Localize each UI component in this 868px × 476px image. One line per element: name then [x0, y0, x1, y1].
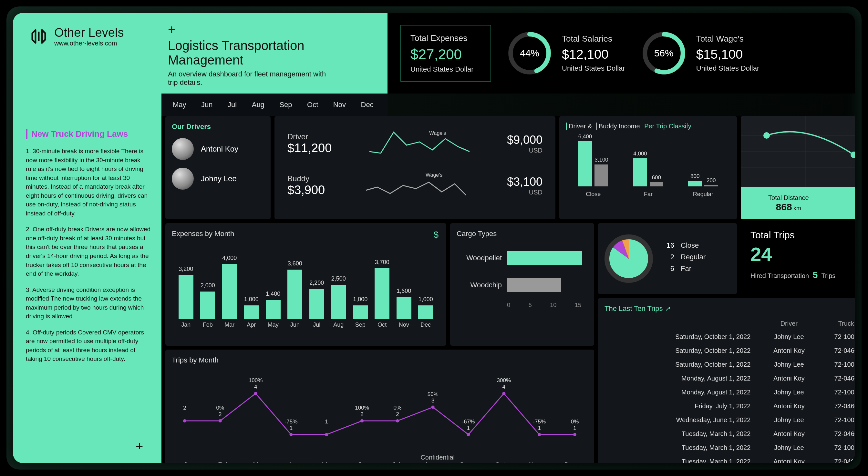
driver-name: Johny Lee [201, 174, 237, 183]
line-point-label: 100%2 [355, 405, 369, 418]
month-filter-aug[interactable]: Aug [249, 99, 268, 111]
line-point-label: 50%3 [428, 391, 438, 404]
expenses-card: Expenses by Month $ 3,200Jan2,000Feb4,00… [165, 223, 446, 346]
table-row[interactable]: Wednesday, June 1, 2022Johny Lee72-1001A… [604, 413, 855, 427]
kpi-label: Total Expenses [410, 33, 481, 43]
table-row[interactable]: Tuesday, March 1, 2022Johny Lee72-1001Sa… [604, 441, 855, 455]
month-filter-may[interactable]: May [169, 99, 190, 111]
brand-header: Other Levels www.other-levels.com [13, 13, 161, 94]
avatar [172, 138, 194, 160]
line-point-label: -67%1 [462, 418, 475, 432]
month-filter-dec[interactable]: Dec [358, 99, 377, 111]
wage-driver-cur: USD [507, 147, 542, 154]
table-row[interactable]: Tuesday, March 1, 2022Antoni Koy72-0466G… [604, 455, 855, 463]
pie-legend-row: 16Close [661, 241, 706, 249]
arrow-icon: ↗ [665, 304, 671, 312]
expense-bar: 3,700Oct [373, 259, 391, 328]
brand-logo-icon [29, 27, 49, 46]
pie-legend-row: 6Far [661, 265, 706, 273]
pie-chart-icon [604, 234, 653, 283]
kpi-unit: United States Dollar [410, 65, 481, 73]
wage-buddy-cur: USD [507, 189, 542, 196]
line-point-label: 300%4 [497, 377, 511, 390]
table-row[interactable]: Saturday, October 1, 2022Johny Lee72-100… [604, 330, 855, 344]
axis-month: Jan [184, 461, 194, 463]
table-row[interactable]: Monday, August 1, 2022Johny Lee72-1001Gi… [604, 385, 855, 399]
wage-driver-amount: $11,200 [287, 141, 332, 155]
month-filter-sep[interactable]: Sep [276, 99, 295, 111]
trips-table: DriverTruckFromTo Saturday, October 1, 2… [604, 317, 855, 463]
wage-buddy-label: Buddy [287, 174, 325, 183]
svg-text:Wage's: Wage's [429, 130, 446, 136]
svg-point-7 [764, 132, 770, 139]
table-row[interactable]: Monday, August 1, 2022Antoni Koy72-0466S… [604, 372, 855, 385]
month-filter-jul[interactable]: Jul [224, 99, 240, 111]
income-group: 4,000600Far [633, 150, 663, 198]
line-point-label: 0%1 [571, 418, 579, 432]
axis-month: Feb [218, 461, 229, 463]
line-point-label: 1 [325, 418, 328, 425]
donut-pct: 56% [641, 31, 686, 76]
expense-bar: 3,600Jun [286, 260, 304, 328]
plus-icon[interactable]: + [168, 23, 381, 37]
laws-p3: 3. Adverse driving condition exception i… [26, 285, 152, 321]
driver-item[interactable]: Antoni Koy [172, 138, 264, 160]
kpi-row: Total Expenses $27,200 United States Dol… [388, 13, 855, 94]
map-distance: Total Distance 868 km [768, 194, 809, 212]
wage-buddy-side: $3,100 [507, 175, 542, 189]
line-point-label: -75%1 [533, 418, 546, 432]
expense-bar: 1,400May [264, 291, 282, 329]
cargo-row: Woodchip [457, 278, 588, 292]
table-row[interactable]: Saturday, October 1, 2022Johny Lee72-100… [604, 358, 855, 372]
income-card: Driver & Buddy Income Per Trip Classify … [559, 116, 737, 219]
axis-month: Mar [253, 461, 264, 463]
table-header: Truck [821, 317, 855, 330]
table-title[interactable]: The Last Ten Trips↗ [604, 304, 855, 313]
table-row[interactable]: Friday, July 1, 2022Antoni Koy72-0466Giz… [604, 399, 855, 413]
axis-month: Dec [564, 461, 576, 463]
confidential-label: Confidential [421, 454, 455, 461]
drivers-title: Our Drivers [172, 123, 264, 131]
card-title: Cargo Types [457, 230, 588, 238]
expense-bar: 1,000Sep [351, 296, 369, 329]
axis-month: Jun [358, 461, 368, 463]
month-filter-oct[interactable]: Oct [304, 99, 321, 111]
driver-item[interactable]: Johny Lee [172, 168, 264, 190]
month-filter-nov[interactable]: Nov [330, 99, 349, 111]
kpi-total-wages: 56% Total Wage's $15,100 United States D… [641, 31, 760, 76]
pie-legend-row: 2Regular [661, 253, 706, 261]
dollar-icon: $ [433, 230, 438, 240]
avatar [172, 168, 194, 190]
table-row[interactable]: Saturday, October 1, 2022Antoni Koy72-04… [604, 344, 855, 358]
kpi-unit: United States Dollar [696, 64, 760, 73]
axis-month: Oct [495, 461, 505, 463]
donut-salaries: 44% [507, 31, 552, 76]
axis-month: Aug [424, 461, 436, 463]
total-trips-value: 24 [750, 243, 855, 265]
plus-icon[interactable]: + [135, 439, 143, 453]
svg-text:Wage's: Wage's [426, 172, 442, 178]
page-header: + Logistics Transportation Management An… [161, 13, 388, 94]
brand-url[interactable]: www.other-levels.com [54, 40, 124, 47]
table-row[interactable]: Tuesday, March 1, 2022Antoni Koy72-0466T… [604, 427, 855, 441]
brand-name: Other Levels [54, 26, 124, 40]
cargo-card: Cargo Types WoodpelletWoodchip 051015 [450, 223, 594, 346]
expense-bar: 1,000Dec [416, 296, 435, 329]
kpi-label: Total Salaries [562, 34, 625, 44]
line-point-label: 100%4 [249, 377, 262, 390]
kpi-value: $15,100 [696, 47, 760, 62]
cargo-row: Woodpellet [457, 251, 588, 265]
line-point-label: 0%2 [394, 405, 402, 418]
laws-panel: New Truck Driving Laws 1. 30-minute brea… [13, 94, 161, 463]
wage-driver-label: Driver [287, 132, 332, 141]
map-area[interactable]: + [741, 116, 855, 187]
hired-transport: Hired Transportation 5 Trips [750, 270, 855, 280]
expense-bar: 4,000Mar [221, 255, 239, 328]
page-subtitle: An overview dashboard for fleet manageme… [168, 70, 330, 87]
month-filter-jun[interactable]: Jun [198, 99, 216, 111]
kpi-value: $12,100 [562, 47, 625, 62]
donut-wages: 56% [641, 31, 686, 76]
axis-month: Jul [392, 461, 401, 463]
expense-bar: 2,000Feb [198, 282, 217, 328]
donut-pct: 44% [507, 31, 552, 76]
